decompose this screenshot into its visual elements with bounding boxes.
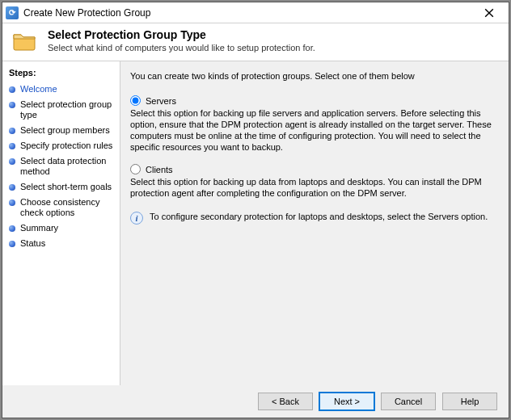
step-summary[interactable]: Summary [6,221,116,237]
app-icon: ⟳ [6,6,19,19]
steps-heading: Steps: [6,66,116,82]
close-button[interactable] [473,2,505,23]
step-label: Welcome [20,84,57,94]
option-row-servers[interactable]: Servers [130,95,499,106]
step-select-protection-group-type[interactable]: Select protection group type [6,98,116,124]
step-welcome[interactable]: Welcome [6,82,116,98]
step-label: Select short-term goals [20,182,112,192]
option-label-servers: Servers [146,96,176,106]
step-bullet-icon [9,225,15,232]
close-icon [484,8,494,18]
step-bullet-icon [9,158,15,165]
steps-sidebar: Steps: WelcomeSelect protection group ty… [2,61,120,385]
step-select-short-term-goals[interactable]: Select short-term goals [6,180,116,195]
window-title: Create New Protection Group [23,7,473,19]
step-select-group-members[interactable]: Select group members [6,124,116,139]
next-button[interactable]: Next > [319,393,374,410]
step-label: Select group members [20,125,110,136]
info-icon: i [130,212,143,225]
help-button[interactable]: Help [442,393,497,410]
step-label: Specify protection rules [20,141,112,151]
option-desc-clients: Select this option for backing up data f… [130,176,499,199]
back-button[interactable]: < Back [258,393,313,410]
wizard-body: Steps: WelcomeSelect protection group ty… [2,61,509,385]
step-bullet-icon [9,143,15,149]
cancel-button[interactable]: Cancel [381,393,436,410]
step-bullet-icon [9,128,15,134]
step-label: Summary [20,223,58,233]
step-bullet-icon [9,102,15,108]
step-bullet-icon [9,200,15,206]
content-pane: You can create two kinds of protection g… [120,61,509,385]
folder-icon [12,30,36,52]
step-status[interactable]: Status [6,237,116,252]
radio-clients[interactable] [130,164,141,174]
step-label: Choose consistency check options [20,197,115,218]
step-select-data-protection-method[interactable]: Select data protection method [6,154,116,180]
radio-servers[interactable] [130,95,141,106]
step-choose-consistency-check-options[interactable]: Choose consistency check options [6,195,116,221]
option-clients: ClientsSelect this option for backing up… [130,164,499,199]
step-bullet-icon [9,241,15,247]
intro-text: You can create two kinds of protection g… [130,71,499,81]
footer: < Back Next > Cancel Help [2,385,509,418]
step-bullet-icon [9,86,15,93]
option-row-clients[interactable]: Clients [130,164,499,174]
step-specify-protection-rules[interactable]: Specify protection rules [6,139,116,154]
page-title: Select Protection Group Type [48,28,315,41]
option-servers: ServersSelect this option for backing up… [130,95,499,153]
info-bar: i To configure secondary protection for … [130,212,499,225]
wizard-window: ⟳ Create New Protection Group Select Pro… [2,2,509,418]
wizard-header: Select Protection Group Type Select what… [2,23,509,61]
step-bullet-icon [9,184,15,191]
page-subtitle: Select what kind of computers you would … [48,43,315,52]
step-label: Select data protection method [20,156,115,177]
step-label: Status [20,238,45,249]
info-text: To configure secondary protection for la… [150,212,488,221]
option-desc-servers: Select this option for backing up file s… [130,107,499,153]
titlebar: ⟳ Create New Protection Group [2,2,509,23]
step-label: Select protection group type [20,99,115,120]
option-label-clients: Clients [146,165,173,174]
